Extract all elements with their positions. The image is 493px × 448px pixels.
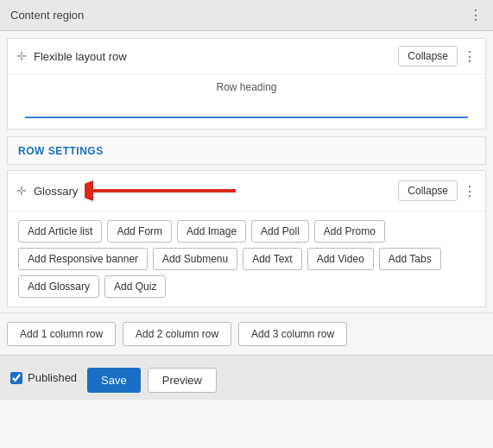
- add-buttons-grid: Add Article listAdd FormAdd ImageAdd Pol…: [8, 211, 485, 306]
- published-label: Published: [28, 371, 77, 384]
- drag-handle-icon[interactable]: ✛: [16, 49, 27, 63]
- content-region-more-options[interactable]: ⋮: [469, 7, 483, 23]
- row-button-add-1-column-row[interactable]: Add 1 column row: [7, 322, 116, 346]
- add-button-add-promo[interactable]: Add Promo: [314, 220, 385, 243]
- add-button-add-image[interactable]: Add Image: [177, 220, 246, 243]
- published-checkbox[interactable]: [10, 372, 22, 384]
- glossary-header: ✛ Glossary Collapse ⋮: [8, 171, 485, 211]
- row-settings-label: ROW SETTINGS: [18, 145, 104, 157]
- add-button-add-glossary[interactable]: Add Glossary: [18, 275, 99, 298]
- add-button-add-quiz[interactable]: Add Quiz: [104, 275, 166, 298]
- add-button-add-submenu[interactable]: Add Submenu: [153, 248, 237, 270]
- glossary-left: ✛ Glossary: [16, 178, 240, 204]
- footer-bar: Published Save Preview: [0, 355, 493, 400]
- flex-row-title: Flexible layout row: [34, 50, 127, 63]
- red-arrow-indicator: [85, 178, 240, 204]
- row-heading-section: Row heading: [8, 74, 485, 129]
- flex-row-right: Collapse ⋮: [398, 46, 477, 66]
- add-button-add-responsive-banner[interactable]: Add Responsive banner: [18, 248, 148, 270]
- add-button-add-poll[interactable]: Add Poll: [251, 220, 309, 243]
- flex-row-collapse-button[interactable]: Collapse: [398, 46, 458, 66]
- glossary-drag-handle-icon[interactable]: ✛: [16, 184, 27, 198]
- add-button-add-text[interactable]: Add Text: [243, 248, 301, 270]
- flex-row-section: ✛ Flexible layout row Collapse ⋮ Row hea…: [7, 38, 486, 129]
- flex-row-left: ✛ Flexible layout row: [16, 49, 127, 63]
- flex-row-header: ✛ Flexible layout row Collapse ⋮: [8, 39, 485, 74]
- save-button[interactable]: Save: [87, 368, 141, 393]
- row-button-add-3-column-row[interactable]: Add 3 column row: [238, 322, 347, 346]
- preview-button[interactable]: Preview: [148, 368, 217, 393]
- glossary-title: Glossary: [34, 185, 78, 198]
- row-button-add-2-column-row[interactable]: Add 2 column row: [123, 322, 231, 346]
- published-wrapper: Published: [10, 371, 77, 384]
- content-region-title: Content region: [10, 9, 84, 22]
- row-heading-label: Row heading: [25, 81, 468, 93]
- row-heading-input[interactable]: [25, 97, 468, 118]
- content-region-header: Content region ⋮: [0, 0, 493, 31]
- main-container: Content region ⋮ ✛ Flexible layout row C…: [0, 0, 493, 400]
- glossary-right: Collapse ⋮: [398, 180, 477, 201]
- row-settings-bar: ROW SETTINGS: [7, 136, 486, 165]
- red-arrow-svg: [85, 178, 240, 204]
- glossary-section: ✛ Glossary Collapse ⋮: [7, 170, 486, 307]
- glossary-more-options[interactable]: ⋮: [463, 183, 477, 199]
- add-button-add-video[interactable]: Add Video: [307, 248, 374, 270]
- bottom-row-buttons: Add 1 column rowAdd 2 column rowAdd 3 co…: [0, 312, 493, 355]
- flex-row-more-options[interactable]: ⋮: [463, 48, 477, 65]
- add-button-add-form[interactable]: Add Form: [107, 220, 172, 243]
- add-button-add-article-list[interactable]: Add Article list: [18, 220, 102, 243]
- footer-actions: Save Preview: [87, 368, 217, 393]
- add-button-add-tabs[interactable]: Add Tabs: [379, 248, 441, 270]
- glossary-collapse-button[interactable]: Collapse: [398, 180, 458, 201]
